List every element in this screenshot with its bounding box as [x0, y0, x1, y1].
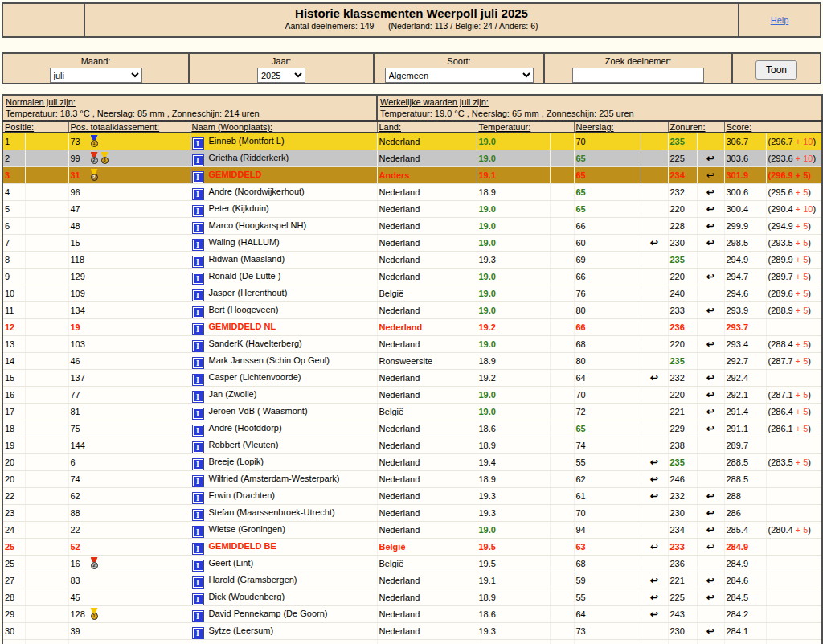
- medal-icon: 2: [90, 557, 99, 569]
- score-detail-cell: [766, 505, 822, 522]
- jaar-select[interactable]: 2025: [257, 68, 305, 83]
- detail-close: ): [808, 272, 811, 281]
- score-cell: 284.5: [724, 589, 766, 606]
- pos-totaal-cell: 137: [68, 370, 190, 387]
- return-arrow-icon: ↩: [706, 168, 714, 183]
- info-icon[interactable]: I: [192, 576, 204, 589]
- info-icon[interactable]: I: [192, 289, 204, 301]
- info-icon[interactable]: I: [192, 391, 204, 403]
- pos-totaal-value: 40: [71, 641, 88, 644]
- zonuren-cell: 236: [668, 319, 697, 336]
- temp-arrow-cell: [550, 252, 574, 269]
- info-icon[interactable]: I: [192, 188, 204, 200]
- col-header-positie: Positie:: [2, 121, 68, 133]
- positie-cell: 13: [2, 336, 25, 353]
- spacer-cell: [25, 353, 68, 370]
- info-icon[interactable]: I: [192, 273, 204, 285]
- temperatuur-cell: 19.3: [477, 252, 550, 269]
- pos-totaal-value: 62: [71, 489, 88, 503]
- info-icon[interactable]: I: [192, 509, 204, 521]
- positie-cell: 27: [2, 572, 25, 589]
- return-arrow-icon: ↩: [650, 539, 658, 554]
- maand-select[interactable]: juli: [50, 68, 142, 83]
- positie-cell: 16: [2, 387, 25, 404]
- info-icon[interactable]: I: [192, 543, 204, 555]
- score-cell: 288.5: [724, 471, 766, 488]
- info-icon[interactable]: I: [192, 239, 204, 251]
- naam-cell: IEinneb (Montfort L): [190, 133, 377, 150]
- info-icon[interactable]: I: [192, 593, 204, 605]
- temp-arrow-cell: [550, 522, 574, 539]
- naam-cell: IHarold (Gramsbergen): [190, 572, 377, 589]
- temp-arrow-cell: [550, 556, 574, 572]
- temp-arrow-cell: [550, 370, 574, 387]
- zonuren-arrow-cell: ↩: [697, 235, 724, 252]
- info-icon[interactable]: I: [192, 627, 204, 639]
- info-icon[interactable]: I: [192, 154, 204, 166]
- info-icon[interactable]: I: [192, 137, 204, 150]
- info-icon[interactable]: I: [192, 205, 204, 217]
- info-icon[interactable]: I: [192, 610, 204, 622]
- info-icon[interactable]: I: [192, 323, 204, 335]
- table-row: 11134IBert (Hoogeveen)Nederland19.080233…: [2, 302, 822, 319]
- temperatuur-cell: 18.9: [477, 184, 550, 201]
- deelnemer-naam: GEMIDDELD: [209, 170, 262, 179]
- zonuren-arrow-cell: [697, 133, 724, 150]
- soort-select[interactable]: Algemeen: [385, 68, 534, 83]
- info-icon[interactable]: I: [192, 171, 204, 183]
- positie-cell: 1: [2, 133, 25, 150]
- temp-arrow-cell: [550, 184, 574, 201]
- naam-cell: IStefan (Maarssenbroek-Utrecht): [190, 505, 377, 522]
- zonuren-arrow-cell: [697, 471, 724, 488]
- zoek-deelnemer-input[interactable]: [572, 68, 704, 83]
- zonuren-cell: 230: [668, 235, 697, 252]
- score-cell: 306.7: [724, 133, 766, 150]
- deelnemer-naam: Einneb (Montfort L): [209, 136, 285, 146]
- naam-cell: IRobbert (Vleuten): [190, 437, 377, 454]
- info-icon[interactable]: I: [192, 408, 204, 420]
- temp-arrow-cell: [550, 404, 574, 420]
- land-cell: Nederland: [377, 269, 477, 285]
- info-icon[interactable]: I: [192, 374, 204, 386]
- detail-base: (280.4: [768, 525, 796, 535]
- detail-bonus: + 5: [796, 272, 809, 281]
- deelnemer-naam: Robbert (Vleuten): [209, 440, 279, 449]
- score-cell: 286: [724, 505, 766, 522]
- info-icon[interactable]: I: [192, 441, 204, 453]
- info-icon[interactable]: I: [192, 425, 204, 437]
- land-cell: Anders: [377, 167, 477, 184]
- detail-base: (296.9: [768, 170, 796, 180]
- toon-button[interactable]: Toon: [755, 60, 797, 80]
- score-detail-cell: (287.1 + 5): [766, 387, 822, 404]
- help-link[interactable]: Help: [771, 15, 789, 25]
- info-icon[interactable]: I: [192, 306, 204, 318]
- info-icon[interactable]: I: [192, 560, 204, 572]
- pos-totaal-value: 15: [71, 236, 88, 250]
- detail-bonus: + 5: [796, 457, 809, 467]
- info-icon[interactable]: I: [192, 458, 204, 470]
- info-icon[interactable]: I: [192, 475, 204, 487]
- info-icon[interactable]: I: [192, 340, 204, 352]
- pos-totaal-value: 52: [71, 539, 88, 554]
- return-arrow-icon: ↩: [706, 506, 714, 520]
- naam-cell: IMarco (Hoogkarspel NH): [190, 218, 377, 235]
- info-icon[interactable]: I: [192, 222, 204, 234]
- score-cell: 289.7: [724, 437, 766, 454]
- table-row: 1219IGEMIDDELD NLNederland19.266236293.7: [2, 319, 822, 336]
- deelnemer-naam: Harold (Gramsbergen): [209, 575, 297, 585]
- detail-bonus: + 5: [796, 238, 809, 248]
- info-icon[interactable]: I: [192, 357, 204, 369]
- info-icon[interactable]: I: [192, 526, 204, 538]
- info-icon[interactable]: I: [192, 256, 204, 268]
- deelnemer-naam: Jan (Zwolle): [209, 389, 257, 399]
- info-icon[interactable]: I: [192, 492, 204, 504]
- temperatuur-cell: 18.6: [477, 606, 550, 623]
- return-arrow-icon: ↩: [650, 590, 658, 605]
- neerslag-arrow-cell: [641, 623, 668, 640]
- table-row: 8118IRidwan (Maasland)Nederland19.369235…: [2, 252, 822, 269]
- score-cell: 284.2: [724, 606, 766, 623]
- temp-arrow-cell: [550, 606, 574, 623]
- land-cell: België: [377, 404, 477, 420]
- temp-arrow-cell: [550, 471, 574, 488]
- neerslag-arrow-cell: [641, 218, 668, 235]
